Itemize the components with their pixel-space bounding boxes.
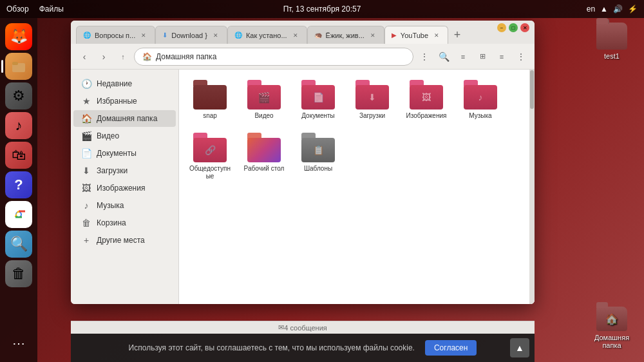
tab-ezhik-close[interactable]: ✕ [368,31,377,40]
dock-icon-files[interactable] [5,53,32,80]
tab-download-label: Download } [171,32,207,39]
file-item-documents[interactable]: 📄 Документы [295,77,341,122]
cookie-accept-button[interactable]: Согласен [425,340,477,356]
tab-voprosy[interactable]: 🌐 Вопросы п... ✕ [76,26,155,44]
folder-downloads-icon: ⬇ [355,80,389,110]
file-label-documents: Документы [301,112,335,120]
file-item-snap[interactable]: snap [187,77,233,122]
nav-item-other[interactable]: + Другие места [73,232,176,249]
dock-icon-help[interactable]: ? [5,171,32,198]
nav-item-favorites[interactable]: ★ Избранные [73,93,176,110]
dock-icon-trash[interactable]: 🗑 [5,260,32,287]
desktop-home-icon[interactable]: 🏠 Домашняя папка [589,304,634,349]
folder-snap-icon [193,80,227,110]
tab-youtube-label: YouTube [401,32,428,39]
tab-voprosy-close[interactable]: ✕ [139,31,148,40]
topbar-network-icon: ▲ [600,5,608,14]
nav-item-downloads[interactable]: ⬇ Загрузки [73,162,176,179]
address-bar[interactable]: 🏠 Домашняя папка [134,48,413,66]
topbar-lang[interactable]: en [587,5,595,14]
file-item-downloads[interactable]: ⬇ Загрузки [349,77,395,122]
file-label-downloads: Загрузки [359,112,385,120]
cookie-bar: Используя этот сайт, вы соглашаетесь с т… [71,334,535,362]
scrollbar-thumb[interactable] [530,70,534,109]
folder-music-icon: ♪ [464,80,497,110]
nav-item-recent-label: Недавние [97,79,132,88]
file-item-music[interactable]: ♪ Музыка [457,77,504,122]
search-button[interactable]: 🔍 [435,48,452,65]
file-item-video[interactable]: 🎬 Видео [241,77,287,122]
tab-ezhik[interactable]: 🦔 Ёжик, жив... ✕ [307,26,384,44]
dock-icon-appstore[interactable]: 🛍 [5,142,32,169]
file-item-images[interactable]: 🖼 Изображения [403,77,450,122]
dock-icon-chrome[interactable] [5,201,32,228]
file-label-images: Изображения [406,112,447,120]
dock-icon-rhythmbox[interactable]: ♪ [5,112,32,139]
dock-icon-apps[interactable]: ⋯ [5,330,32,357]
topbar-sound-icon: 🔊 [613,5,623,14]
folder-desktop-icon [247,133,281,162]
desktop-icon-test1-label: test1 [604,52,620,60]
topbar-right: en ▲ 🔊 ⚡ [587,5,638,14]
window-minimize-button[interactable]: − [497,23,506,32]
tab-ezhik-label: Ёжик, жив... [326,32,365,39]
nav-item-documents[interactable]: 📄 Документы [73,145,176,162]
tab-download-close[interactable]: ✕ [211,31,220,40]
files-grid: snap 🎬 Видео [179,70,535,304]
window-close-button[interactable]: ✕ [520,23,529,32]
scroll-up-button[interactable]: ▲ [510,338,529,357]
nav-item-trash-label: Корзина [97,218,126,227]
window-maximize-button[interactable]: □ [509,23,518,32]
options-button[interactable]: ⋮ [513,48,529,65]
nav-item-music[interactable]: ♪ Музыка [73,197,176,214]
new-tab-button[interactable]: + [448,26,466,44]
nav-item-favorites-label: Избранные [97,97,137,106]
tab-youtube-close[interactable]: ✕ [432,31,441,40]
scrollbar-track[interactable] [529,70,535,304]
back-button[interactable]: ‹ [76,48,93,65]
tab-voprosy-label: Вопросы п... [95,32,135,39]
nav-item-home[interactable]: 🏠 Домашняя папка [73,110,176,127]
tab-youtube[interactable]: ▶ YouTube ✕ [384,26,448,44]
view-toggle-button[interactable]: ≡ [493,48,510,65]
topbar-files[interactable]: Файлы [39,5,64,14]
view-list-button[interactable]: ≡ [455,48,471,65]
nav-item-recent[interactable]: 🕐 Недавние [73,75,176,92]
forward-button[interactable]: › [95,48,112,65]
nav-item-trash[interactable]: 🗑 Корзина [73,214,176,231]
dock-icon-firefox[interactable]: 🦊 [5,23,32,50]
home-folder-visual: 🏠 [596,304,627,331]
tab-ezhik-favicon: 🦔 [314,32,322,39]
file-item-public[interactable]: 🔗 Общедоступные [187,130,233,183]
nav-item-images[interactable]: 🖼 Изображения [73,180,176,196]
dock-icon-settings[interactable]: ⚙ [5,82,32,110]
desktop: Обзор Файлы Пт, 13 сентября 20:57 en ▲ 🔊… [0,0,644,362]
content-area: 🕐 Недавние ★ Избранные 🏠 Домашняя папка … [71,70,535,304]
nav-item-video[interactable]: 🎬 Видео [73,128,176,144]
tab-download[interactable]: ⬇ Download } ✕ [155,26,227,44]
up-button[interactable]: ↑ [115,48,131,65]
music-nav-icon: ♪ [81,200,91,211]
dock-icon-search[interactable]: 🔍 [5,231,32,258]
svg-rect-1 [12,62,18,65]
file-item-templates[interactable]: 📋 Шаблоны [295,130,341,183]
file-manager-window: 🌐 Вопросы п... ✕ ⬇ Download } ✕ 🌐 Как ус… [71,21,535,304]
message-count-text: 4 сообщения [284,324,327,332]
tab-kak[interactable]: 🌐 Как устано... ✕ [227,26,307,44]
images-nav-icon: 🖼 [81,183,91,193]
folder-video-icon: 🎬 [247,80,281,110]
status-bar: ✉ 4 сообщения [71,321,535,334]
chrome-logo-icon [11,207,26,222]
file-label-video: Видео [254,112,273,120]
desktop-icon-test1[interactable]: test1 [589,23,634,60]
view-grid-button[interactable]: ⊞ [474,48,491,65]
tab-kak-close[interactable]: ✕ [291,31,300,40]
address-text: Домашняя папка [156,52,216,61]
file-label-snap: snap [203,112,217,120]
topbar: Обзор Файлы Пт, 13 сентября 20:57 en ▲ 🔊… [0,0,644,18]
files-svg-icon [12,59,26,73]
topbar-overview[interactable]: Обзор [6,5,29,14]
file-item-desktop[interactable]: Рабочий стол [241,130,287,183]
tab-kak-favicon: 🌐 [234,32,242,39]
overflow-menu-button[interactable]: ⋮ [416,48,433,65]
